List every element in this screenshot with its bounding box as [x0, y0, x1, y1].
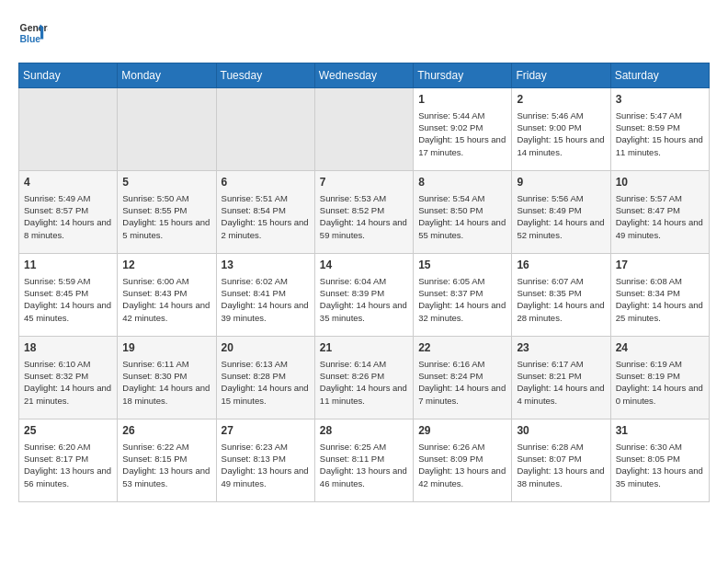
day-info: Sunrise: 6:25 AMSunset: 8:11 PMDaylight:… — [320, 441, 408, 489]
calendar-cell: 19Sunrise: 6:11 AMSunset: 8:30 PMDayligh… — [118, 337, 216, 419]
calendar-cell: 4Sunrise: 5:49 AMSunset: 8:57 PMDaylight… — [19, 171, 118, 254]
day-info: Sunrise: 5:46 AMSunset: 9:00 PMDaylight:… — [517, 109, 605, 158]
weekday-header-friday: Friday — [512, 63, 610, 88]
day-info: Sunrise: 6:20 AMSunset: 8:17 PMDaylight:… — [24, 441, 112, 489]
day-number: 6 — [222, 175, 310, 190]
day-info: Sunrise: 6:16 AMSunset: 8:24 PMDaylight:… — [418, 358, 506, 407]
calendar-cell: 31Sunrise: 6:30 AMSunset: 8:05 PMDayligh… — [610, 419, 709, 502]
weekday-header-tuesday: Tuesday — [216, 63, 314, 88]
day-number: 24 — [616, 340, 704, 356]
day-info: Sunrise: 6:00 AMSunset: 8:43 PMDaylight:… — [122, 275, 210, 324]
day-number: 5 — [122, 175, 210, 190]
calendar-cell — [216, 88, 314, 171]
day-info: Sunrise: 6:04 AMSunset: 8:39 PMDaylight:… — [320, 275, 408, 324]
day-number: 25 — [24, 423, 112, 439]
day-number: 20 — [222, 340, 310, 356]
weekday-header-saturday: Saturday — [610, 63, 709, 88]
day-number: 16 — [517, 258, 605, 273]
day-info: Sunrise: 5:57 AMSunset: 8:47 PMDaylight:… — [616, 192, 704, 241]
calendar-cell: 23Sunrise: 6:17 AMSunset: 8:21 PMDayligh… — [512, 337, 610, 419]
calendar-cell: 28Sunrise: 6:25 AMSunset: 8:11 PMDayligh… — [314, 419, 413, 502]
day-number: 9 — [517, 175, 605, 190]
day-info: Sunrise: 6:05 AMSunset: 8:37 PMDaylight:… — [418, 275, 506, 324]
day-info: Sunrise: 6:23 AMSunset: 8:13 PMDaylight:… — [222, 441, 310, 489]
calendar-cell: 6Sunrise: 5:51 AMSunset: 8:54 PMDaylight… — [216, 171, 314, 254]
day-info: Sunrise: 5:47 AMSunset: 8:59 PMDaylight:… — [616, 109, 704, 158]
day-info: Sunrise: 6:19 AMSunset: 8:19 PMDaylight:… — [616, 358, 704, 407]
calendar-week-2: 4Sunrise: 5:49 AMSunset: 8:57 PMDaylight… — [19, 171, 710, 254]
calendar-week-1: 1Sunrise: 5:44 AMSunset: 9:02 PMDaylight… — [19, 88, 710, 171]
day-info: Sunrise: 6:14 AMSunset: 8:26 PMDaylight:… — [320, 358, 408, 407]
calendar-week-5: 25Sunrise: 6:20 AMSunset: 8:17 PMDayligh… — [19, 419, 710, 502]
day-info: Sunrise: 5:54 AMSunset: 8:50 PMDaylight:… — [418, 192, 506, 241]
svg-text:General: General — [20, 23, 48, 33]
day-info: Sunrise: 6:26 AMSunset: 8:09 PMDaylight:… — [418, 441, 506, 489]
day-number: 1 — [418, 92, 506, 108]
calendar-cell: 20Sunrise: 6:13 AMSunset: 8:28 PMDayligh… — [216, 337, 314, 419]
day-number: 21 — [320, 340, 408, 356]
day-number: 27 — [222, 423, 310, 439]
calendar-cell: 5Sunrise: 5:50 AMSunset: 8:55 PMDaylight… — [118, 171, 216, 254]
day-info: Sunrise: 5:49 AMSunset: 8:57 PMDaylight:… — [24, 192, 112, 241]
calendar-cell: 15Sunrise: 6:05 AMSunset: 8:37 PMDayligh… — [414, 254, 512, 337]
day-number: 2 — [517, 92, 605, 108]
day-info: Sunrise: 6:08 AMSunset: 8:34 PMDaylight:… — [616, 275, 704, 324]
day-info: Sunrise: 5:50 AMSunset: 8:55 PMDaylight:… — [122, 192, 210, 241]
day-info: Sunrise: 6:13 AMSunset: 8:28 PMDaylight:… — [222, 358, 310, 407]
weekday-header-row: SundayMondayTuesdayWednesdayThursdayFrid… — [19, 63, 710, 88]
day-number: 26 — [122, 423, 210, 439]
day-number: 29 — [418, 423, 506, 439]
day-number: 11 — [24, 258, 112, 273]
calendar-cell: 24Sunrise: 6:19 AMSunset: 8:19 PMDayligh… — [610, 337, 709, 419]
weekday-header-monday: Monday — [118, 63, 216, 88]
day-info: Sunrise: 5:44 AMSunset: 9:02 PMDaylight:… — [418, 109, 506, 158]
day-number: 12 — [122, 258, 210, 273]
calendar-cell: 13Sunrise: 6:02 AMSunset: 8:41 PMDayligh… — [216, 254, 314, 337]
day-number: 10 — [616, 175, 704, 190]
day-number: 7 — [320, 175, 408, 190]
day-info: Sunrise: 5:53 AMSunset: 8:52 PMDaylight:… — [320, 192, 408, 241]
calendar-cell: 17Sunrise: 6:08 AMSunset: 8:34 PMDayligh… — [610, 254, 709, 337]
calendar-cell: 3Sunrise: 5:47 AMSunset: 8:59 PMDaylight… — [610, 88, 709, 171]
page-header: General Blue — [18, 18, 710, 48]
calendar-cell: 14Sunrise: 6:04 AMSunset: 8:39 PMDayligh… — [314, 254, 413, 337]
weekday-header-thursday: Thursday — [414, 63, 512, 88]
calendar-cell: 29Sunrise: 6:26 AMSunset: 8:09 PMDayligh… — [414, 419, 512, 502]
day-number: 31 — [616, 423, 704, 439]
day-number: 28 — [320, 423, 408, 439]
calendar-cell: 16Sunrise: 6:07 AMSunset: 8:35 PMDayligh… — [512, 254, 610, 337]
day-info: Sunrise: 6:28 AMSunset: 8:07 PMDaylight:… — [517, 441, 605, 489]
day-number: 22 — [418, 340, 506, 356]
day-number: 4 — [24, 175, 112, 190]
calendar-cell: 22Sunrise: 6:16 AMSunset: 8:24 PMDayligh… — [414, 337, 512, 419]
day-number: 15 — [418, 258, 506, 273]
calendar-cell: 11Sunrise: 5:59 AMSunset: 8:45 PMDayligh… — [19, 254, 118, 337]
day-number: 23 — [517, 340, 605, 356]
day-info: Sunrise: 6:11 AMSunset: 8:30 PMDaylight:… — [122, 358, 210, 407]
calendar-cell: 25Sunrise: 6:20 AMSunset: 8:17 PMDayligh… — [19, 419, 118, 502]
logo: General Blue — [18, 18, 48, 48]
day-number: 13 — [222, 258, 310, 273]
day-number: 14 — [320, 258, 408, 273]
day-info: Sunrise: 6:17 AMSunset: 8:21 PMDaylight:… — [517, 358, 605, 407]
weekday-header-wednesday: Wednesday — [314, 63, 413, 88]
svg-text:Blue: Blue — [20, 34, 41, 44]
day-info: Sunrise: 6:07 AMSunset: 8:35 PMDaylight:… — [517, 275, 605, 324]
calendar-cell — [19, 88, 118, 171]
calendar-cell: 30Sunrise: 6:28 AMSunset: 8:07 PMDayligh… — [512, 419, 610, 502]
day-number: 17 — [616, 258, 704, 273]
day-number: 19 — [122, 340, 210, 356]
calendar-cell — [314, 88, 413, 171]
calendar-week-4: 18Sunrise: 6:10 AMSunset: 8:32 PMDayligh… — [19, 337, 710, 419]
calendar-week-3: 11Sunrise: 5:59 AMSunset: 8:45 PMDayligh… — [19, 254, 710, 337]
day-number: 3 — [616, 92, 704, 108]
calendar-cell: 8Sunrise: 5:54 AMSunset: 8:50 PMDaylight… — [414, 171, 512, 254]
calendar-cell: 21Sunrise: 6:14 AMSunset: 8:26 PMDayligh… — [314, 337, 413, 419]
calendar-cell: 18Sunrise: 6:10 AMSunset: 8:32 PMDayligh… — [19, 337, 118, 419]
calendar-cell: 10Sunrise: 5:57 AMSunset: 8:47 PMDayligh… — [610, 171, 709, 254]
day-info: Sunrise: 6:22 AMSunset: 8:15 PMDaylight:… — [122, 441, 210, 489]
calendar-table: SundayMondayTuesdayWednesdayThursdayFrid… — [18, 63, 710, 502]
calendar-cell: 27Sunrise: 6:23 AMSunset: 8:13 PMDayligh… — [216, 419, 314, 502]
calendar-cell: 1Sunrise: 5:44 AMSunset: 9:02 PMDaylight… — [414, 88, 512, 171]
day-info: Sunrise: 6:02 AMSunset: 8:41 PMDaylight:… — [222, 275, 310, 324]
